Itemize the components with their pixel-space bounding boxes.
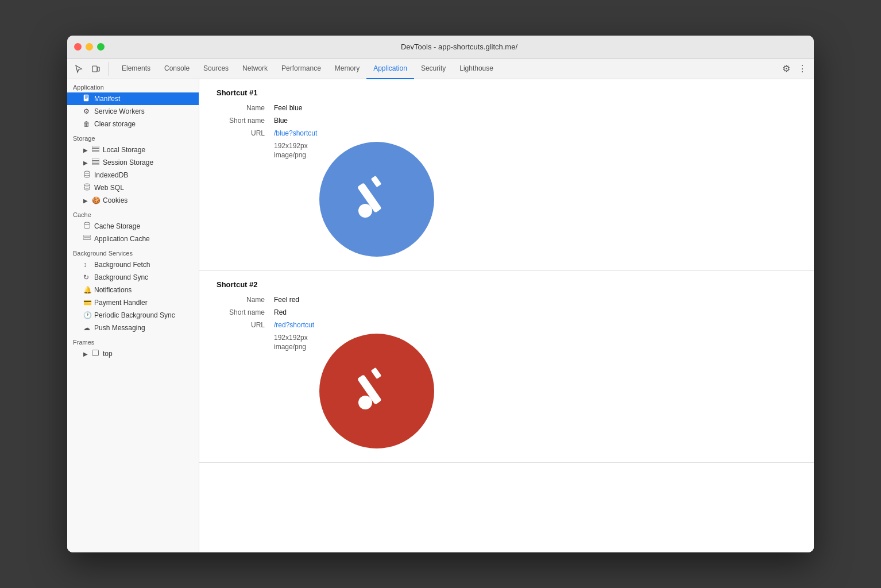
periodic-sync-icon: 🕐 xyxy=(83,311,91,319)
session-storage-icon xyxy=(92,158,100,167)
shortcut-1-image-preview xyxy=(319,142,434,257)
sidebar-item-manifest[interactable]: Manifest xyxy=(67,92,199,105)
sidebar-item-session-storage[interactable]: ▶ Session Storage xyxy=(67,156,199,169)
shortcut-1-image-size: 192x192px xyxy=(274,142,308,150)
sidebar: Application Manifest ⚙ Service Workers xyxy=(67,79,199,552)
sidebar-item-service-workers[interactable]: ⚙ Service Workers xyxy=(67,105,199,118)
shortcut-2-title: Shortcut #2 xyxy=(217,280,797,289)
shortcut-2-short-name-label: Short name xyxy=(217,308,274,316)
service-workers-icon: ⚙ xyxy=(83,107,91,115)
blue-brush-icon xyxy=(348,171,405,228)
svg-rect-17 xyxy=(370,176,381,187)
devtools-window: DevTools - app-shortcuts.glitch.me/ xyxy=(67,36,814,552)
payment-handler-label: Payment Handler xyxy=(94,299,148,307)
sidebar-item-local-storage[interactable]: ▶ Local Storage xyxy=(67,144,199,156)
shortcut-2-url-link[interactable]: /red?shortcut xyxy=(274,321,314,329)
shortcut-2-short-name-row: Short name Red xyxy=(217,308,797,316)
sidebar-item-clear-storage[interactable]: 🗑 Clear storage xyxy=(67,118,199,130)
svg-rect-8 xyxy=(92,164,99,165)
shortcut-1-short-name-label: Short name xyxy=(217,117,274,125)
tab-elements[interactable]: Elements xyxy=(115,59,157,79)
main-area: Application Manifest ⚙ Service Workers xyxy=(67,79,814,552)
tab-console[interactable]: Console xyxy=(157,59,196,79)
shortcut-2-image-meta: 192x192px image/png xyxy=(274,334,308,448)
window-title: DevTools - app-shortcuts.glitch.me/ xyxy=(111,42,807,51)
shortcut-1-name-value: Feel blue xyxy=(274,104,302,112)
cursor-icon[interactable] xyxy=(72,62,86,76)
local-storage-icon xyxy=(92,146,100,154)
sidebar-item-background-sync[interactable]: ↻ Background Sync xyxy=(67,271,199,284)
tab-performance[interactable]: Performance xyxy=(275,59,328,79)
svg-point-11 xyxy=(84,222,90,225)
shortcut-2-url-value: /red?shortcut xyxy=(274,321,314,329)
tab-sources[interactable]: Sources xyxy=(196,59,235,79)
minimize-button[interactable] xyxy=(86,43,93,51)
tab-network[interactable]: Network xyxy=(235,59,275,79)
session-storage-label: Session Storage xyxy=(103,158,153,167)
indexeddb-label: IndexedDB xyxy=(94,171,128,179)
tab-security[interactable]: Security xyxy=(414,59,453,79)
session-storage-arrow: ▶ xyxy=(83,160,89,166)
sidebar-item-payment-handler[interactable]: 💳 Payment Handler xyxy=(67,296,199,309)
close-button[interactable] xyxy=(74,43,82,51)
service-workers-label: Service Workers xyxy=(94,107,145,115)
sidebar-item-web-sql[interactable]: Web SQL xyxy=(67,181,199,194)
cache-storage-icon xyxy=(83,222,91,231)
periodic-background-sync-label: Periodic Background Sync xyxy=(94,311,175,319)
svg-rect-0 xyxy=(92,66,97,72)
titlebar: DevTools - app-shortcuts.glitch.me/ xyxy=(67,36,814,59)
more-options-icon[interactable]: ⋮ xyxy=(795,62,809,76)
local-storage-arrow: ▶ xyxy=(83,147,89,153)
tab-icon-group xyxy=(72,62,109,76)
sidebar-item-cookies[interactable]: ▶ 🍪 Cookies xyxy=(67,194,199,207)
shortcut-1-section: Shortcut #1 Name Feel blue Short name Bl… xyxy=(199,79,814,271)
cookies-label: Cookies xyxy=(103,196,127,204)
devtools-panel: Elements Console Sources Network Perform… xyxy=(67,59,814,552)
shortcut-1-url-label: URL xyxy=(217,129,274,137)
manifest-label: Manifest xyxy=(94,95,120,103)
shortcut-1-image-label xyxy=(217,142,274,257)
sidebar-item-periodic-background-sync[interactable]: 🕐 Periodic Background Sync xyxy=(67,309,199,322)
shortcut-2-section: Shortcut #2 Name Feel red Short name Red… xyxy=(199,271,814,463)
shortcut-2-image-row: 192x192px image/png xyxy=(217,334,797,448)
indexeddb-icon xyxy=(83,171,91,180)
svg-rect-5 xyxy=(92,151,99,152)
shortcut-1-url-link[interactable]: /blue?shortcut xyxy=(274,129,317,137)
sidebar-section-application: Application xyxy=(67,79,199,92)
tab-lighthouse[interactable]: Lighthouse xyxy=(453,59,500,79)
application-cache-label: Application Cache xyxy=(94,235,150,243)
sidebar-item-indexeddb[interactable]: IndexedDB xyxy=(67,169,199,181)
shortcut-2-name-label: Name xyxy=(217,296,274,304)
shortcut-1-image-meta: 192x192px image/png xyxy=(274,142,308,257)
background-sync-icon: ↻ xyxy=(83,273,91,281)
device-icon[interactable] xyxy=(89,62,103,76)
svg-rect-20 xyxy=(370,368,381,379)
background-fetch-icon: ↕ xyxy=(83,261,91,269)
maximize-button[interactable] xyxy=(97,43,105,51)
top-frame-arrow: ▶ xyxy=(83,351,89,357)
svg-point-15 xyxy=(358,204,372,218)
sidebar-item-notifications[interactable]: 🔔 Notifications xyxy=(67,284,199,296)
red-brush-icon xyxy=(348,362,405,420)
sidebar-section-frames: Frames xyxy=(67,334,199,347)
application-cache-icon xyxy=(83,235,91,243)
sidebar-item-top-frame[interactable]: ▶ top xyxy=(67,347,199,360)
sidebar-item-push-messaging[interactable]: ☁ Push Messaging xyxy=(67,322,199,334)
tabs-actions: ⚙ ⋮ xyxy=(779,62,809,76)
shortcut-2-image-label xyxy=(217,334,274,448)
sidebar-item-cache-storage[interactable]: Cache Storage xyxy=(67,220,199,233)
svg-rect-3 xyxy=(92,146,99,148)
local-storage-label: Local Storage xyxy=(103,146,145,154)
svg-point-18 xyxy=(358,396,372,409)
sidebar-item-background-fetch[interactable]: ↕ Background Fetch xyxy=(67,258,199,271)
svg-rect-6 xyxy=(92,158,99,161)
shortcut-2-name-row: Name Feel red xyxy=(217,296,797,304)
shortcut-1-short-name-row: Short name Blue xyxy=(217,117,797,125)
shortcut-1-url-value: /blue?shortcut xyxy=(274,129,317,137)
tab-application[interactable]: Application xyxy=(366,59,414,79)
payment-handler-icon: 💳 xyxy=(83,299,91,307)
tab-memory[interactable]: Memory xyxy=(328,59,366,79)
cookies-arrow: ▶ xyxy=(83,198,89,204)
settings-icon[interactable]: ⚙ xyxy=(779,62,793,76)
sidebar-item-application-cache[interactable]: Application Cache xyxy=(67,233,199,245)
